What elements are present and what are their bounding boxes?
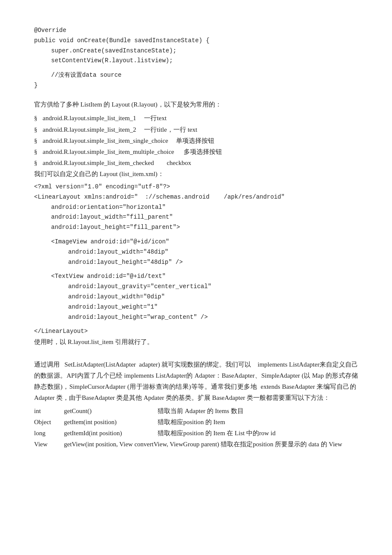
xml-code-block: <?xml version="1.0" encoding="utf-8"?> <… xyxy=(34,182,358,337)
bullet-symbol: § xyxy=(34,124,40,135)
bullet-symbol: § xyxy=(34,135,40,146)
list-item: § android.R.layout.simple_list_item_1 一行… xyxy=(34,113,358,124)
list-item: § android.R.layout.simple_list_item_chec… xyxy=(34,157,358,168)
list-item-text: android.R.layout.simple_list_item_checke… xyxy=(43,157,191,168)
usage-text: 使用时，以 R.layout.list_item 引用就行了。 xyxy=(34,337,358,348)
xml-line: android:layout_weight="1" xyxy=(34,302,358,312)
text-highlight: text xyxy=(187,126,197,133)
code-line-6: //没有设置data source xyxy=(34,70,358,81)
method-row: int getCount() 猎取当前 Adapter 的 Items 数目 xyxy=(34,405,358,416)
list-item: § android.R.layout.simple_list_item_2 一行… xyxy=(34,124,358,135)
method-row: long getItemId(int position) 猎取相应positio… xyxy=(34,428,358,439)
xml-line: <LinearLayout xmlns:android=" ://schemas… xyxy=(34,192,358,202)
xml-line: android:layout_width="fill_parent" xyxy=(34,212,358,223)
method-signature: getItemId(int position) xyxy=(64,428,158,439)
code-line-1: @Override xyxy=(34,26,358,36)
methods-table: int getCount() 猎取当前 Adapter 的 Items 数目 O… xyxy=(34,405,358,450)
page-content: @Override public void onCreate(Bundle sa… xyxy=(34,26,358,450)
xml-line: android:orientation="horizontal" xyxy=(34,202,358,213)
code-line-3: super.onCreate(savedInstanceState); xyxy=(34,46,358,56)
xml-line: android:layout_gravity="center_vertical" xyxy=(34,282,358,292)
intro-text: 官方供给了多种 ListItem 的 Layout (R.layout)，以下是… xyxy=(34,99,358,110)
method-signature: getCount() xyxy=(64,405,158,416)
list-item: § android.R.layout.simple_list_item_sing… xyxy=(34,135,358,146)
method-row: View getView(int position, View convertV… xyxy=(34,439,358,450)
list-item: § android.R.layout.simple_list_item_mult… xyxy=(34,146,358,157)
method-return-type: int xyxy=(34,405,64,416)
xml-line: <?xml version="1.0" encoding="utf-8"?> xyxy=(34,182,358,192)
xml-line: <TextView android:id="@+id/text" xyxy=(34,272,358,282)
xml-line: android:layout_width="0dip" xyxy=(34,292,358,302)
list-item-text: android.R.layout.simple_list_item_multip… xyxy=(43,146,222,157)
bullet-symbol: § xyxy=(34,146,40,157)
method-return-type: View xyxy=(34,439,64,450)
code-block: @Override public void onCreate(Bundle sa… xyxy=(34,26,358,91)
text-highlight: text xyxy=(157,115,167,121)
layout-items-list: § android.R.layout.simple_list_item_1 一行… xyxy=(34,113,358,168)
list-item-text: android.R.layout.simple_list_item_single… xyxy=(43,135,214,146)
method-description: 猎取在指定position 所要显示的 data 的 View xyxy=(219,439,358,450)
xml-line: android:layout_height="48dip" /> xyxy=(34,257,358,268)
bullet-symbol: § xyxy=(34,113,40,124)
xml-line: </LinearLayout> xyxy=(34,327,358,337)
method-signature: getItem(int position) xyxy=(64,416,158,428)
code-line-4: setContentView(R.layout.listview); xyxy=(34,56,358,66)
method-row: Object getItem(int position) 猎取相应positio… xyxy=(34,416,358,428)
adapter-paragraph: 通过调用 SetListAdapter(ListAdapter adapter)… xyxy=(34,359,358,404)
xml-line: android:layout_height="fill_parent"> xyxy=(34,223,358,233)
code-line-2: public void onCreate(Bundle savedInstanc… xyxy=(34,36,358,46)
xml-line: android:layout_height="wrap_content" /> xyxy=(34,312,358,323)
method-description: 猎取当前 Adapter 的 Items 数目 xyxy=(158,405,358,416)
list-item-text: android.R.layout.simple_list_item_2 一行ti… xyxy=(43,124,197,135)
method-return-type: long xyxy=(34,428,64,439)
list-item-text: android.R.layout.simple_list_item_1 一行te… xyxy=(43,113,167,124)
custom-layout-intro: 我们可以自定义自己的 Layout (list_item.xml)： xyxy=(34,169,358,180)
method-description: 猎取相应position 的 Item 在 List 中的row id xyxy=(158,428,358,439)
xml-line: android:layout_width="48dip" xyxy=(34,247,358,257)
bullet-symbol: § xyxy=(34,157,40,168)
xml-line: <ImageView android:id="@+id/icon" xyxy=(34,237,358,247)
method-description: 猎取相应position 的 Item xyxy=(158,416,358,428)
code-line-7: } xyxy=(34,81,358,91)
method-return-type: Object xyxy=(34,416,64,428)
method-signature: getView(int position, View convertView, … xyxy=(64,439,219,450)
